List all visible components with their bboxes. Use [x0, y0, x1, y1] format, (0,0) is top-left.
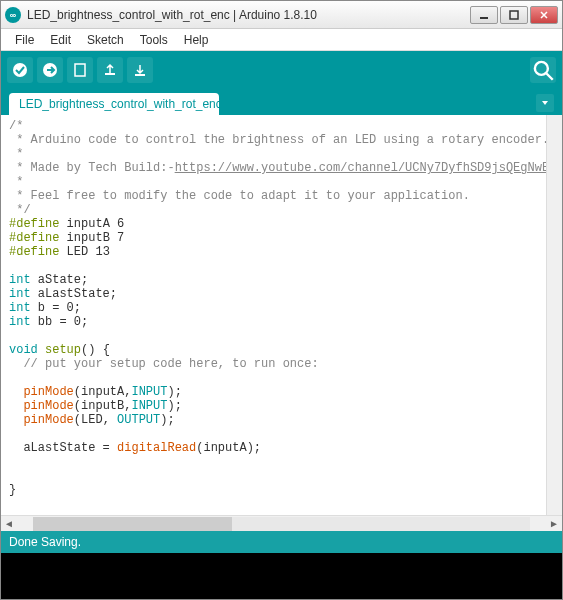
toolbar: [1, 51, 562, 89]
window-controls: [470, 6, 558, 24]
upload-button[interactable]: [37, 57, 63, 83]
svg-rect-0: [480, 17, 488, 19]
scroll-thumb[interactable]: [33, 517, 232, 531]
maximize-button[interactable]: [500, 6, 528, 24]
window-title: LED_brightness_control_with_rot_enc | Ar…: [27, 8, 470, 22]
console-output[interactable]: [1, 553, 562, 600]
svg-point-7: [535, 62, 548, 75]
status-bar: Done Saving.: [1, 531, 562, 553]
menu-edit[interactable]: Edit: [42, 31, 79, 49]
tab-active[interactable]: LED_brightness_control_with_rot_enc: [9, 93, 219, 115]
status-message: Done Saving.: [9, 535, 81, 549]
svg-point-2: [13, 63, 27, 77]
svg-rect-6: [135, 74, 145, 76]
svg-rect-4: [75, 64, 85, 76]
horizontal-scrollbar[interactable]: ◄ ►: [1, 515, 562, 531]
new-sketch-button[interactable]: [67, 57, 93, 83]
window-titlebar: ∞ LED_brightness_control_with_rot_enc | …: [1, 1, 562, 29]
app-icon: ∞: [5, 7, 21, 23]
editor-area: /* * Arduino code to control the brightn…: [1, 115, 562, 515]
vertical-scrollbar[interactable]: [546, 115, 562, 515]
menu-sketch[interactable]: Sketch: [79, 31, 132, 49]
tab-bar: LED_brightness_control_with_rot_enc: [1, 89, 562, 115]
menu-bar: File Edit Sketch Tools Help: [1, 29, 562, 51]
menu-help[interactable]: Help: [176, 31, 217, 49]
svg-rect-5: [105, 73, 115, 75]
svg-rect-1: [510, 11, 518, 19]
code-editor[interactable]: /* * Arduino code to control the brightn…: [1, 115, 546, 515]
save-sketch-button[interactable]: [127, 57, 153, 83]
open-sketch-button[interactable]: [97, 57, 123, 83]
scroll-right-icon[interactable]: ►: [546, 516, 562, 532]
serial-monitor-button[interactable]: [530, 57, 556, 83]
menu-file[interactable]: File: [7, 31, 42, 49]
menu-tools[interactable]: Tools: [132, 31, 176, 49]
verify-button[interactable]: [7, 57, 33, 83]
close-button[interactable]: [530, 6, 558, 24]
minimize-button[interactable]: [470, 6, 498, 24]
scroll-left-icon[interactable]: ◄: [1, 516, 17, 532]
scroll-track[interactable]: [33, 517, 530, 531]
tab-menu-button[interactable]: [536, 94, 554, 112]
